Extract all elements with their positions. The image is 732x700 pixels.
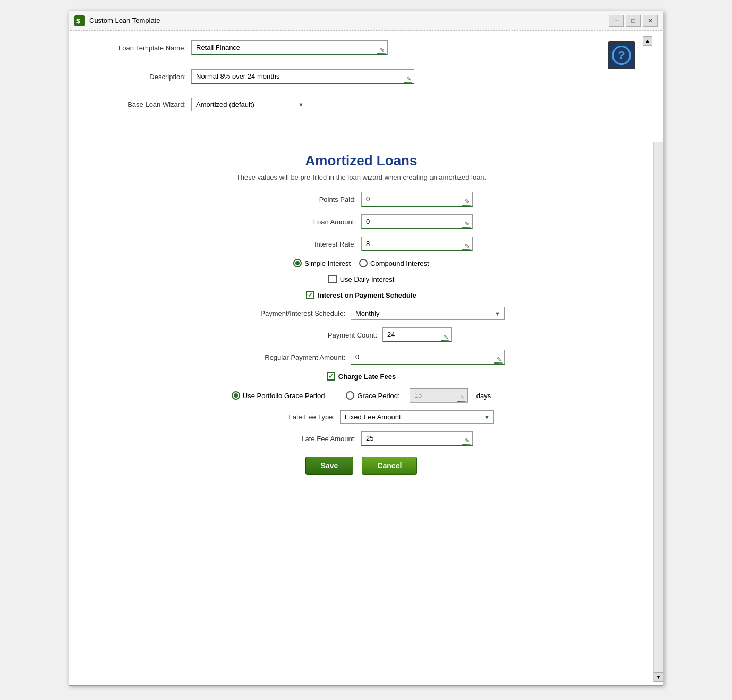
use-daily-interest-checkbox[interactable] xyxy=(328,275,337,283)
compound-interest-label: Compound Interest xyxy=(370,259,429,267)
points-paid-row: Points Paid: ✎ xyxy=(90,192,632,207)
grace-period-radio-circle xyxy=(346,391,354,400)
description-input[interactable] xyxy=(191,69,414,84)
interest-on-schedule-row: Interest on Payment Schedule xyxy=(90,291,632,299)
loan-template-name-wrapper: ✎ xyxy=(191,40,388,55)
description-label: Description: xyxy=(80,73,186,81)
minimize-button[interactable]: − xyxy=(609,15,624,27)
payment-schedule-row: Payment/Interest Schedule: Monthly Weekl… xyxy=(90,307,632,320)
payment-count-wrapper: ✎ xyxy=(382,327,452,342)
use-portfolio-grace-label: Use Portfolio Grace Period xyxy=(243,392,325,400)
close-button[interactable]: ✕ xyxy=(643,15,658,27)
charge-late-fees-label: Charge Late Fees xyxy=(338,373,396,381)
late-fee-amount-row: Late Fee Amount: ✎ xyxy=(90,431,632,446)
scroll-track[interactable] xyxy=(654,142,663,672)
grace-period-input[interactable] xyxy=(410,388,468,403)
interest-on-schedule-checkbox[interactable] xyxy=(306,291,314,299)
simple-interest-radio-circle xyxy=(293,259,302,267)
charge-late-fees-checkbox[interactable] xyxy=(327,372,335,381)
compound-interest-radio-circle xyxy=(359,259,368,267)
payment-count-row: Payment Count: ✎ xyxy=(90,327,632,342)
top-section: Loan Template Name: ✎ Description: ✎ Bas… xyxy=(69,31,663,124)
svg-text:$: $ xyxy=(76,18,80,25)
grace-period-wrapper: ✎ xyxy=(410,388,468,403)
loan-amount-row: Loan Amount: ✎ xyxy=(90,214,632,229)
use-portfolio-grace-radio[interactable]: Use Portfolio Grace Period xyxy=(232,391,325,400)
late-fee-amount-input[interactable] xyxy=(361,431,473,446)
use-portfolio-grace-circle xyxy=(232,391,240,400)
scroll-down-arrow[interactable]: ▼ xyxy=(654,672,663,682)
simple-interest-label: Simple Interest xyxy=(304,259,351,267)
points-paid-input[interactable] xyxy=(361,192,473,207)
regular-payment-row: Regular Payment Amount: ✎ xyxy=(90,350,632,365)
grace-period-unit-label: days xyxy=(476,392,491,400)
regular-payment-label: Regular Payment Amount: xyxy=(218,353,345,361)
base-loan-wizard-row: Base Loan Wizard: Amortized (default) Si… xyxy=(80,98,603,111)
grace-period-row: Use Portfolio Grace Period Grace Period:… xyxy=(90,388,632,403)
base-loan-wizard-wrapper: Amortized (default) Simple Interest Line… xyxy=(191,98,308,111)
grace-period-radio[interactable]: Grace Period: xyxy=(346,391,399,400)
base-loan-wizard-label: Base Loan Wizard: xyxy=(80,100,186,108)
loan-amount-input[interactable] xyxy=(361,214,473,229)
interest-rate-wrapper: ✎ xyxy=(361,237,473,251)
points-paid-wrapper: ✎ xyxy=(361,192,473,207)
description-row: Description: ✎ xyxy=(80,69,603,84)
late-fee-type-wrapper: Fixed Fee Amount Percentage of Payment P… xyxy=(340,410,494,424)
save-button[interactable]: Save xyxy=(305,457,354,475)
simple-interest-radio[interactable]: Simple Interest xyxy=(293,259,351,267)
interest-on-schedule-label: Interest on Payment Schedule xyxy=(318,291,416,299)
interest-rate-input[interactable] xyxy=(361,237,473,251)
description-wrapper: ✎ xyxy=(191,69,414,84)
charge-late-fees-row: Charge Late Fees xyxy=(90,372,632,381)
late-fee-type-label: Late Fee Type: xyxy=(228,413,335,421)
header-fields: Loan Template Name: ✎ Description: ✎ Bas… xyxy=(80,36,603,119)
regular-payment-input[interactable] xyxy=(351,350,505,365)
late-fee-type-row: Late Fee Type: Fixed Fee Amount Percenta… xyxy=(90,410,632,424)
section-description: These values will be pre-filled in the l… xyxy=(90,173,632,181)
base-loan-wizard-select[interactable]: Amortized (default) Simple Interest Line… xyxy=(191,98,308,111)
help-button[interactable]: ? xyxy=(608,41,635,69)
cancel-button[interactable]: Cancel xyxy=(362,457,417,475)
payment-schedule-select[interactable]: Monthly Weekly Bi-Weekly Semi-Monthly Qu… xyxy=(351,307,505,320)
title-bar: $ Custom Loan Template − □ ✕ xyxy=(69,11,663,30)
main-content-area: Amortized Loans These values will be pre… xyxy=(69,142,663,682)
loan-amount-wrapper: ✎ xyxy=(361,214,473,229)
grace-period-label: Grace Period: xyxy=(357,392,399,400)
maximize-button[interactable]: □ xyxy=(626,15,641,27)
late-fee-type-select[interactable]: Fixed Fee Amount Percentage of Payment P… xyxy=(340,410,494,424)
loan-template-name-input[interactable] xyxy=(191,40,388,55)
interest-rate-label: Interest Rate: xyxy=(250,240,356,248)
window-title: Custom Loan Template xyxy=(89,16,609,24)
main-content: Amortized Loans These values will be pre… xyxy=(69,142,653,682)
late-fee-amount-label: Late Fee Amount: xyxy=(250,435,356,443)
use-daily-interest-label: Use Daily Interest xyxy=(340,275,395,283)
payment-schedule-wrapper: Monthly Weekly Bi-Weekly Semi-Monthly Qu… xyxy=(351,307,505,320)
loan-amount-label: Loan Amount: xyxy=(250,218,356,226)
scroll-up-arrow[interactable]: ▲ xyxy=(643,36,652,46)
loan-template-name-row: Loan Template Name: ✎ xyxy=(80,40,603,55)
button-row: Save Cancel xyxy=(90,457,632,475)
scrollbar: ▼ xyxy=(653,142,663,682)
app-icon: $ xyxy=(74,15,85,26)
use-daily-interest-row: Use Daily Interest xyxy=(90,275,632,283)
loan-template-name-label: Loan Template Name: xyxy=(80,44,186,52)
interest-rate-row: Interest Rate: ✎ xyxy=(90,237,632,251)
compound-interest-radio[interactable]: Compound Interest xyxy=(359,259,429,267)
payment-count-label: Payment Count: xyxy=(271,331,377,339)
regular-payment-wrapper: ✎ xyxy=(351,350,505,365)
interest-type-group: Simple Interest Compound Interest xyxy=(90,259,632,267)
late-fee-amount-wrapper: ✎ xyxy=(361,431,473,446)
help-icon: ? xyxy=(612,46,631,65)
window-controls: − □ ✕ xyxy=(609,15,658,27)
payment-schedule-label: Payment/Interest Schedule: xyxy=(218,309,345,317)
section-title: Amortized Loans xyxy=(90,153,632,169)
points-paid-label: Points Paid: xyxy=(250,196,356,204)
payment-count-input[interactable] xyxy=(382,327,452,342)
